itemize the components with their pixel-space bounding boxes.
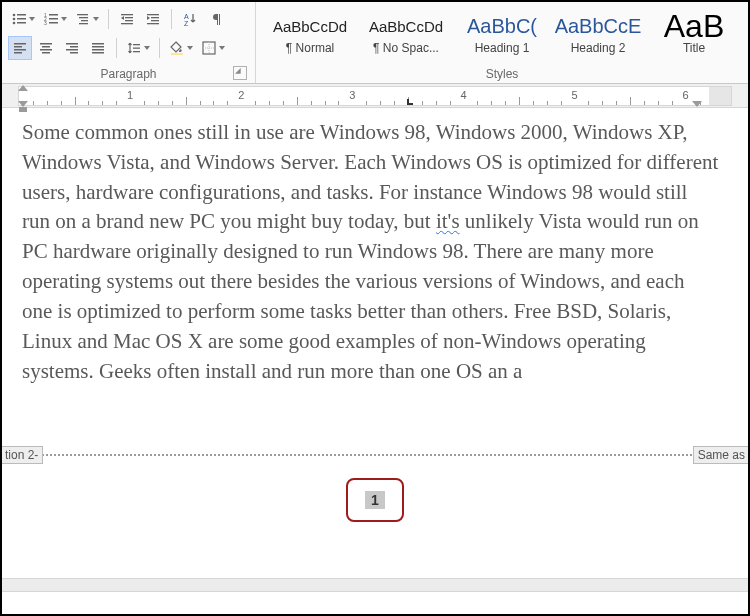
- svg-point-2: [13, 17, 16, 20]
- decrease-indent-button[interactable]: [115, 7, 139, 31]
- svg-rect-18: [125, 20, 133, 21]
- style-heading-1[interactable]: AaBbC(Heading 1: [454, 4, 550, 63]
- svg-marker-25: [147, 16, 150, 20]
- style--normal[interactable]: AaBbCcDd¶ Normal: [262, 4, 358, 63]
- svg-rect-1: [17, 14, 26, 16]
- svg-rect-24: [147, 23, 159, 24]
- svg-rect-42: [92, 49, 104, 51]
- svg-rect-3: [17, 18, 26, 20]
- styles-gallery[interactable]: AaBbCcDd¶ NormalAaBbCcDd¶ No Spac...AaBb…: [262, 4, 742, 63]
- svg-rect-33: [42, 46, 50, 48]
- svg-rect-30: [14, 49, 26, 51]
- group-paragraph: 123 AZ: [2, 2, 256, 83]
- svg-rect-31: [14, 52, 22, 54]
- section-tag-right[interactable]: Same as: [693, 446, 748, 464]
- multilevel-list-button[interactable]: [72, 7, 102, 31]
- svg-rect-41: [92, 46, 104, 48]
- paragraph-group-label: Paragraph: [8, 63, 249, 83]
- svg-point-0: [13, 13, 16, 16]
- svg-rect-19: [121, 23, 133, 24]
- svg-point-4: [13, 21, 16, 24]
- paragraph-row-1: 123 AZ: [8, 4, 249, 34]
- svg-rect-23: [151, 20, 159, 21]
- svg-rect-5: [17, 22, 26, 24]
- svg-rect-44: [133, 44, 140, 45]
- svg-text:A: A: [184, 13, 189, 20]
- page-number-highlight: 1: [346, 478, 404, 522]
- svg-text:3: 3: [44, 20, 47, 26]
- svg-rect-14: [81, 20, 88, 21]
- svg-rect-11: [49, 22, 58, 24]
- svg-rect-15: [79, 23, 88, 24]
- svg-rect-32: [40, 43, 52, 45]
- svg-rect-9: [49, 18, 58, 20]
- svg-rect-17: [125, 17, 133, 18]
- svg-rect-16: [121, 14, 133, 15]
- svg-rect-21: [147, 14, 159, 15]
- bullets-button[interactable]: [8, 7, 38, 31]
- page-gap: [2, 578, 748, 614]
- line-spacing-button[interactable]: [123, 36, 153, 60]
- svg-rect-39: [70, 52, 78, 54]
- ribbon: 123 AZ: [2, 2, 748, 84]
- page-number-field[interactable]: 1: [365, 491, 385, 509]
- svg-rect-40: [92, 43, 104, 45]
- section-break: tion 2- Same as: [2, 446, 748, 464]
- svg-marker-20: [121, 16, 124, 20]
- increase-indent-button[interactable]: [141, 7, 165, 31]
- show-hide-marks-button[interactable]: [204, 7, 228, 31]
- horizontal-ruler[interactable]: 123456: [18, 86, 732, 106]
- align-right-button[interactable]: [60, 36, 84, 60]
- svg-rect-38: [66, 49, 78, 51]
- ruler-area: 123456: [2, 84, 748, 108]
- body-text-2: unlikely Vista would run on PC hardware …: [22, 209, 699, 382]
- svg-rect-22: [151, 17, 159, 18]
- svg-rect-37: [70, 46, 78, 48]
- svg-text:Z: Z: [184, 20, 189, 27]
- sort-button[interactable]: AZ: [178, 7, 202, 31]
- align-center-button[interactable]: [34, 36, 58, 60]
- svg-rect-28: [14, 43, 26, 45]
- svg-rect-45: [133, 48, 140, 49]
- svg-rect-12: [77, 14, 88, 15]
- justify-button[interactable]: [86, 36, 110, 60]
- style-title[interactable]: AaBTitle: [646, 4, 742, 63]
- group-styles: AaBbCcDd¶ NormalAaBbCcDd¶ No Spac...AaBb…: [256, 2, 748, 83]
- grammar-squiggle[interactable]: it's: [436, 209, 460, 233]
- styles-group-label: Styles: [262, 63, 742, 83]
- numbering-button[interactable]: 123: [40, 7, 70, 31]
- align-left-button[interactable]: [8, 36, 32, 60]
- svg-rect-7: [49, 14, 58, 16]
- style--no-spac-[interactable]: AaBbCcDd¶ No Spac...: [358, 4, 454, 63]
- paragraph-row-2: [8, 34, 249, 64]
- svg-rect-29: [14, 46, 22, 48]
- style-heading-2[interactable]: AaBbCcEHeading 2: [550, 4, 646, 63]
- section-tag-left[interactable]: tion 2-: [2, 446, 43, 464]
- svg-rect-34: [40, 49, 52, 51]
- svg-rect-46: [133, 51, 140, 52]
- paragraph-dialog-launcher[interactable]: [233, 66, 247, 80]
- svg-rect-47: [171, 53, 183, 55]
- svg-rect-43: [92, 52, 104, 54]
- document-area: Some common ones still in use are Window…: [2, 108, 748, 614]
- document-body[interactable]: Some common ones still in use are Window…: [2, 108, 748, 386]
- shading-button[interactable]: [166, 36, 196, 60]
- svg-rect-35: [42, 52, 50, 54]
- borders-button[interactable]: [198, 36, 228, 60]
- svg-rect-36: [66, 43, 78, 45]
- svg-rect-13: [79, 17, 88, 18]
